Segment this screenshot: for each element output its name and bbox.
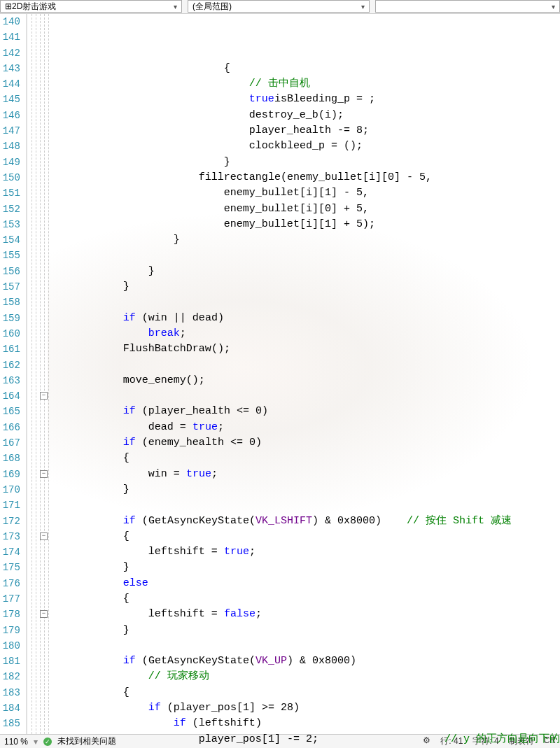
chevron-down-icon: ▾: [174, 3, 177, 10]
dropdown1-label: 2D射击游戏: [12, 1, 174, 13]
line-gutter: 140 141 142 143 144 145 146 147 148 149 …: [0, 14, 27, 734]
chevron-down-icon: ▾: [552, 3, 555, 10]
dropdown2-label: (全局范围): [192, 1, 361, 13]
code-area[interactable]: { // 击中自机 trueisBleeding_p = ; destroy_e…: [48, 14, 560, 734]
editor[interactable]: 140 141 142 143 144 145 146 147 148 149 …: [0, 14, 560, 734]
fold-toggle[interactable]: −: [40, 532, 48, 540]
scope-dropdown-1[interactable]: ⊞ 2D射击游戏 ▾: [0, 0, 182, 13]
dropdown-icon: ⊞: [5, 1, 12, 11]
fold-toggle[interactable]: −: [40, 470, 48, 478]
zoom-level[interactable]: 110 %: [4, 737, 28, 747]
fold-toggle[interactable]: −: [40, 610, 48, 618]
scope-dropdown-3[interactable]: ▾: [375, 0, 560, 13]
fold-toggle[interactable]: −: [40, 392, 48, 400]
toolbar: ⊞ 2D射击游戏 ▾ (全局范围) ▾ ▾: [0, 0, 560, 14]
chevron-down-icon: ▾: [361, 3, 365, 10]
fold-column: −−−−: [27, 14, 48, 734]
scope-dropdown-2[interactable]: (全局范围) ▾: [188, 0, 370, 13]
